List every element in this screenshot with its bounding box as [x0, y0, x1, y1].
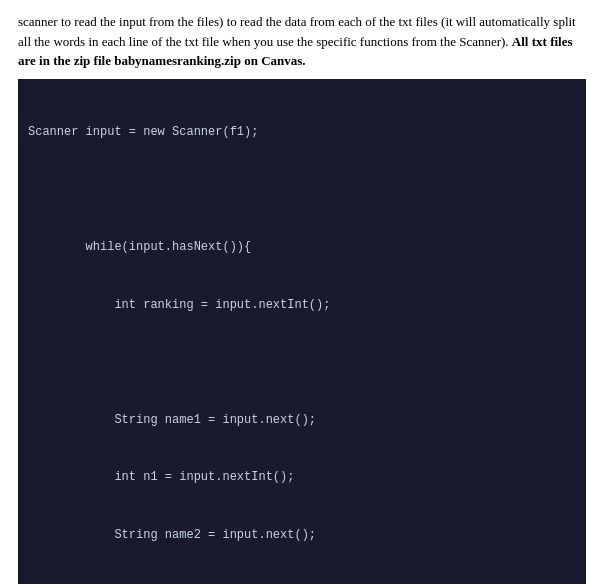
code-line-5 [28, 353, 576, 372]
code-line-1: Scanner input = new Scanner(f1); [28, 123, 576, 142]
code-line-2 [28, 180, 576, 199]
code-line-3: while(input.hasNext()){ [28, 238, 576, 257]
code-line-8: String name2 = input.next(); [28, 526, 576, 545]
code-line-6: String name1 = input.next(); [28, 411, 576, 430]
intro-paragraph: scanner to read the input from the files… [18, 12, 586, 71]
intro-text-body: scanner to read the input from the files… [18, 14, 576, 49]
code-line-4: int ranking = input.nextInt(); [28, 296, 576, 315]
code-line-7: int n1 = input.nextInt(); [28, 468, 576, 487]
main-code-block: Scanner input = new Scanner(f1); while(i… [18, 79, 586, 585]
